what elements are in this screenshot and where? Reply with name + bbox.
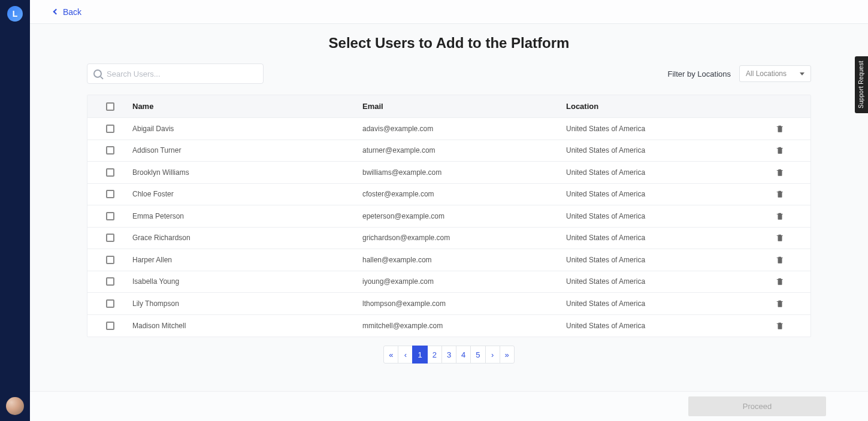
trash-icon[interactable]	[776, 125, 784, 133]
table-row: Madison Mitchellmmitchell@example.comUni…	[87, 315, 810, 337]
search-wrap[interactable]	[87, 63, 264, 84]
col-header-name: Name	[132, 102, 362, 111]
page-2[interactable]: 2	[427, 346, 442, 364]
proceed-button[interactable]: Proceed	[688, 396, 826, 416]
table-body: Abigail Davisadavis@example.comUnited St…	[87, 118, 810, 337]
cell-location: United States of America	[566, 125, 758, 133]
trash-icon[interactable]	[776, 256, 784, 264]
row-checkbox[interactable]	[106, 168, 114, 177]
cell-location: United States of America	[566, 146, 758, 155]
avatar[interactable]	[6, 397, 24, 415]
back-label: Back	[63, 7, 81, 17]
trash-icon[interactable]	[776, 190, 784, 198]
search-icon	[93, 69, 102, 78]
cell-location: United States of America	[566, 234, 758, 242]
cell-email: hallen@example.com	[362, 256, 566, 264]
cell-location: United States of America	[566, 212, 758, 220]
page-title: Select Users to Add to the Platform	[87, 35, 811, 52]
table-row: Emma Petersonepeterson@example.comUnited…	[87, 205, 810, 228]
row-checkbox[interactable]	[106, 212, 114, 220]
sidebar: L	[0, 0, 30, 421]
app-logo[interactable]: L	[7, 6, 23, 22]
col-header-location: Location	[566, 102, 758, 111]
cell-email: aturner@example.com	[362, 146, 566, 155]
col-header-email: Email	[362, 102, 566, 111]
row-checkbox[interactable]	[106, 125, 114, 133]
caret-down-icon	[800, 72, 805, 75]
table-row: Isabella Youngiyoung@example.comUnited S…	[87, 271, 810, 293]
back-button[interactable]: Back	[54, 7, 81, 17]
cell-name: Isabella Young	[132, 277, 362, 286]
cell-name: Madison Mitchell	[132, 322, 362, 330]
locations-selected: All Locations	[746, 69, 787, 78]
table-row: Chloe Fostercfoster@example.comUnited St…	[87, 184, 810, 206]
cell-name: Emma Peterson	[132, 212, 362, 220]
cell-name: Brooklyn Williams	[132, 168, 362, 177]
footer: Proceed	[30, 391, 868, 421]
row-checkbox[interactable]	[106, 299, 114, 308]
page-last[interactable]: »	[500, 346, 515, 364]
cell-location: United States of America	[566, 168, 758, 177]
cell-name: Chloe Foster	[132, 190, 362, 198]
page-next[interactable]: ›	[485, 346, 500, 364]
trash-icon[interactable]	[776, 277, 784, 286]
cell-location: United States of America	[566, 256, 758, 264]
locations-select[interactable]: All Locations	[739, 65, 811, 82]
cell-email: epeterson@example.com	[362, 212, 566, 220]
table-row: Grace Richardsongrichardson@example.comU…	[87, 228, 810, 250]
cell-email: cfoster@example.com	[362, 190, 566, 198]
cell-location: United States of America	[566, 299, 758, 308]
cell-name: Harper Allen	[132, 256, 362, 264]
cell-name: Addison Turner	[132, 146, 362, 155]
cell-email: bwilliams@example.com	[362, 168, 566, 177]
select-all-checkbox[interactable]	[106, 102, 114, 111]
table-row: Harper Allenhallen@example.comUnited Sta…	[87, 249, 810, 271]
cell-name: Abigail Davis	[132, 125, 362, 133]
trash-icon[interactable]	[776, 168, 784, 177]
cell-email: lthompson@example.com	[362, 299, 566, 308]
cell-email: mmitchell@example.com	[362, 322, 566, 330]
support-request-tab[interactable]: Support Request	[855, 56, 868, 113]
page-4[interactable]: 4	[456, 346, 471, 364]
trash-icon[interactable]	[776, 299, 784, 308]
controls-row: Filter by Locations All Locations	[87, 63, 811, 84]
table-header: Name Email Location	[87, 95, 810, 118]
cell-email: grichardson@example.com	[362, 234, 566, 242]
cell-location: United States of America	[566, 190, 758, 198]
table-row: Brooklyn Williamsbwilliams@example.comUn…	[87, 162, 810, 184]
row-checkbox[interactable]	[106, 256, 114, 264]
table-row: Lily Thompsonlthompson@example.comUnited…	[87, 293, 810, 315]
page-5[interactable]: 5	[470, 346, 485, 364]
cell-email: iyoung@example.com	[362, 277, 566, 286]
cell-name: Lily Thompson	[132, 299, 362, 308]
trash-icon[interactable]	[776, 212, 784, 220]
trash-icon[interactable]	[776, 146, 784, 155]
row-checkbox[interactable]	[106, 234, 114, 242]
page-prev[interactable]: ‹	[398, 346, 413, 364]
table-row: Abigail Davisadavis@example.comUnited St…	[87, 118, 810, 140]
filter-label: Filter by Locations	[668, 69, 731, 78]
topbar: Back	[30, 0, 868, 24]
table-row: Addison Turneraturner@example.comUnited …	[87, 140, 810, 162]
search-input[interactable]	[107, 69, 257, 78]
users-table: Name Email Location Abigail Davisadavis@…	[87, 95, 811, 337]
row-checkbox[interactable]	[106, 322, 114, 330]
pagination: «‹12345›»	[87, 346, 811, 364]
row-checkbox[interactable]	[106, 277, 114, 286]
cell-location: United States of America	[566, 277, 758, 286]
page-first[interactable]: «	[383, 346, 398, 364]
cell-location: United States of America	[566, 322, 758, 330]
trash-icon[interactable]	[776, 322, 784, 330]
chevron-left-icon	[53, 9, 59, 15]
cell-name: Grace Richardson	[132, 234, 362, 242]
page-1[interactable]: 1	[412, 346, 427, 364]
cell-email: adavis@example.com	[362, 125, 566, 133]
trash-icon[interactable]	[776, 234, 784, 242]
row-checkbox[interactable]	[106, 146, 114, 155]
main-content: Select Users to Add to the Platform Filt…	[30, 24, 868, 364]
row-checkbox[interactable]	[106, 190, 114, 198]
page-3[interactable]: 3	[441, 346, 456, 364]
filter-group: Filter by Locations All Locations	[668, 65, 812, 82]
